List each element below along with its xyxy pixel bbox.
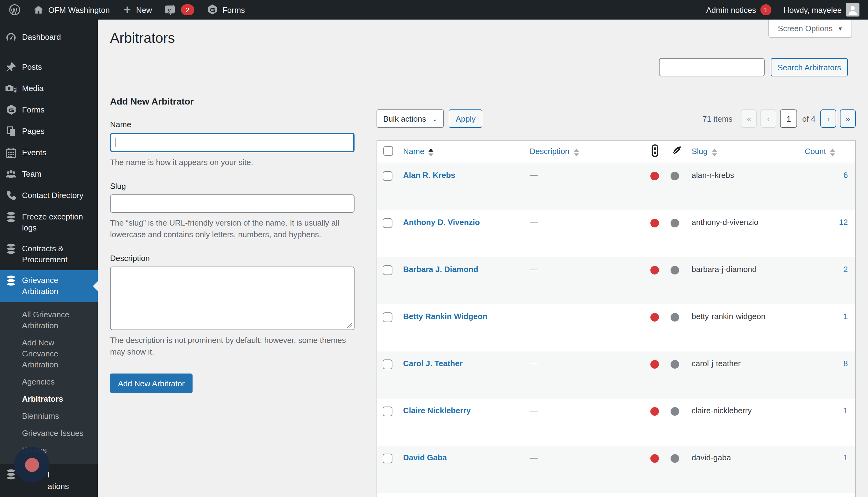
- prev-page-button[interactable]: ‹: [761, 110, 777, 128]
- column-header-feather[interactable]: [664, 140, 685, 163]
- name-help-text: The name is how it appears on your site.: [110, 156, 355, 168]
- row-checkbox[interactable]: [383, 359, 393, 369]
- site-name-label: OFM Washington: [48, 5, 110, 14]
- submenu-item-arbitrators[interactable]: Arbitrators: [0, 390, 98, 408]
- admin-bar: OFM Washington New y 2 Forms Admin notic…: [0, 0, 868, 19]
- search-input[interactable]: [659, 58, 765, 76]
- count-link[interactable]: 2: [843, 265, 848, 273]
- arbitrator-name-link[interactable]: Betty Rankin Widgeon: [403, 311, 487, 321]
- description-cell: —: [524, 210, 644, 257]
- arbitrator-name-link[interactable]: Barbara J. Diamond: [403, 265, 478, 273]
- sidebar-item-freeze-exception-logs[interactable]: Freeze exception logs: [0, 207, 98, 238]
- column-header-stoplight[interactable]: [644, 140, 664, 163]
- first-page-button[interactable]: «: [741, 110, 757, 128]
- sidebar-item-contracts-procurement[interactable]: Contracts & Procurement: [0, 238, 98, 270]
- forms-label: Forms: [223, 5, 245, 14]
- arbitrator-name-link[interactable]: Carol J. Teather: [403, 358, 463, 368]
- description-textarea[interactable]: [110, 267, 355, 330]
- current-page-input[interactable]: [780, 110, 797, 128]
- name-input[interactable]: [110, 133, 355, 152]
- sidebar-item-posts[interactable]: Posts: [0, 57, 98, 78]
- slug-label: Slug: [110, 182, 355, 191]
- feather-icon: [670, 145, 682, 156]
- arbitrators-list: Bulk actions ⌄ Apply 71 items « ‹ of 4 ›…: [376, 110, 856, 497]
- sidebar-item-label: Events: [22, 147, 93, 158]
- dashboard-icon: [5, 31, 17, 43]
- arbitrator-name-link[interactable]: Claire Nickleberry: [403, 406, 471, 415]
- submenu-item-unions[interactable]: Unions: [0, 442, 98, 459]
- sort-by-slug-link[interactable]: Slug: [692, 147, 708, 156]
- last-page-button[interactable]: »: [840, 110, 856, 128]
- slug-cell: betty-rankin-widgeon: [685, 304, 799, 351]
- search-arbitrators-button[interactable]: Search Arbitrators: [771, 58, 848, 76]
- sidebar-item-label: Grievance Arbitration: [22, 275, 93, 297]
- column-header-description[interactable]: Description: [524, 140, 644, 163]
- row-checkbox[interactable]: [383, 265, 393, 275]
- description-help-text: The description is not prominent by defa…: [110, 335, 355, 358]
- yoast-seo-menu[interactable]: y 2: [158, 0, 200, 19]
- description-cell: —: [524, 163, 644, 210]
- resize-handle-icon[interactable]: [346, 322, 353, 328]
- description-cell: —: [524, 257, 644, 304]
- sidebar-item-events[interactable]: Events: [0, 142, 98, 164]
- submenu-item-agencies[interactable]: Agencies: [0, 373, 98, 390]
- column-header-count[interactable]: Count: [799, 140, 855, 163]
- slug-input[interactable]: [110, 195, 355, 213]
- sidebar-menu: DashboardPostsMediaFormsPagesEventsTeamC…: [0, 19, 98, 497]
- count-link[interactable]: 12: [839, 217, 848, 227]
- stoplight-status-dot: [650, 218, 659, 227]
- submenu-item-grievance-issues[interactable]: Grievance Issues: [0, 425, 98, 442]
- count-link[interactable]: 8: [843, 358, 848, 368]
- site-name-menu[interactable]: OFM Washington: [27, 0, 116, 19]
- count-link[interactable]: 1: [843, 406, 848, 415]
- count-link[interactable]: 1: [843, 453, 848, 462]
- row-checkbox[interactable]: [383, 406, 393, 416]
- count-link[interactable]: 1: [843, 311, 848, 321]
- new-content-menu[interactable]: New: [116, 0, 158, 19]
- sort-by-name-link[interactable]: Name: [403, 147, 424, 156]
- select-all-checkbox[interactable]: [383, 146, 393, 156]
- screen-options-button[interactable]: Screen Options ▼: [769, 19, 852, 38]
- wordpress-logo-menu[interactable]: [2, 0, 27, 19]
- bulk-actions-select[interactable]: Bulk actions ⌄: [376, 110, 444, 128]
- row-checkbox[interactable]: [383, 453, 393, 463]
- submenu-item-bienniums[interactable]: Bienniums: [0, 408, 98, 425]
- row-checkbox[interactable]: [383, 171, 393, 181]
- sidebar-item-contact-directory[interactable]: Contact Directory: [0, 185, 98, 207]
- sidebar-item-label: lations: [48, 469, 93, 492]
- row-checkbox[interactable]: [383, 312, 393, 322]
- slug-cell: david-w-stiteler: [685, 493, 799, 497]
- arbitrator-name-link[interactable]: David Gaba: [403, 453, 447, 462]
- sort-by-description-link[interactable]: Description: [530, 147, 569, 156]
- sidebar-item-label: Posts: [22, 62, 93, 73]
- sidebar-item-label: Dashboard: [22, 32, 93, 43]
- sidebar-item-team[interactable]: Team: [0, 164, 98, 185]
- account-menu[interactable]: Howdy, mayelee: [778, 0, 866, 19]
- sidebar-item-media[interactable]: Media: [0, 78, 98, 100]
- menu-separator: [0, 48, 98, 57]
- feather-status-dot: [671, 407, 679, 415]
- sidebar-item-forms[interactable]: Forms: [0, 100, 98, 121]
- avatar: [846, 3, 859, 16]
- apply-button[interactable]: Apply: [449, 110, 482, 128]
- arbitrator-name-link[interactable]: Alan R. Krebs: [403, 171, 455, 180]
- arbitrator-name-link[interactable]: Anthony D. Vivenzio: [403, 217, 480, 227]
- column-header-name[interactable]: Name: [397, 140, 524, 163]
- sort-by-count-link[interactable]: Count: [805, 147, 826, 156]
- stoplight-status-dot: [650, 360, 659, 368]
- submenu-item-add-new-grievance-arbitration[interactable]: Add New Grievance Arbitration: [0, 335, 98, 373]
- sidebar-item-label: Forms: [22, 104, 93, 115]
- submenu-item-all-grievance-arbitration[interactable]: All Grievance Arbitration: [0, 306, 98, 335]
- admin-notices-menu[interactable]: Admin notices 1: [700, 0, 777, 19]
- sidebar-item-pages[interactable]: Pages: [0, 121, 98, 142]
- next-page-button[interactable]: ›: [820, 110, 836, 128]
- database-icon: [5, 274, 17, 287]
- sidebar-item-grievance-arbitration[interactable]: Grievance Arbitration: [0, 270, 98, 302]
- count-link[interactable]: 6: [843, 171, 848, 180]
- sidebar-item-dashboard[interactable]: Dashboard: [0, 27, 98, 48]
- gravity-forms-menu[interactable]: Forms: [200, 0, 251, 19]
- row-checkbox[interactable]: [383, 218, 393, 228]
- description-cell: —: [524, 304, 644, 351]
- column-header-slug[interactable]: Slug: [685, 140, 799, 163]
- add-new-arbitrator-button[interactable]: Add New Arbitrator: [110, 373, 193, 393]
